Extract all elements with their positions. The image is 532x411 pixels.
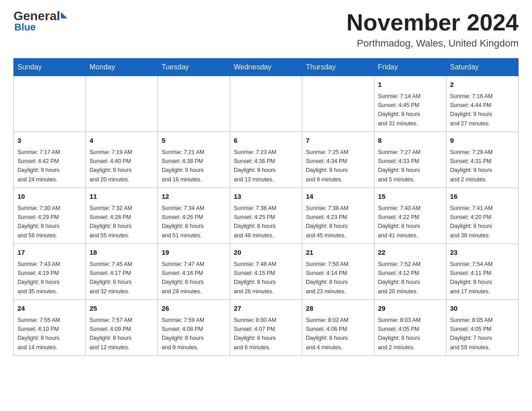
day-info: Sunrise: 7:41 AM Sunset: 4:20 PM Dayligh… bbox=[450, 205, 493, 239]
calendar-cell: 13Sunrise: 7:36 AM Sunset: 4:25 PM Dayli… bbox=[230, 188, 302, 244]
day-info: Sunrise: 8:00 AM Sunset: 4:07 PM Dayligh… bbox=[234, 317, 276, 351]
calendar-cell: 14Sunrise: 7:38 AM Sunset: 4:23 PM Dayli… bbox=[302, 188, 374, 244]
calendar-row: 17Sunrise: 7:43 AM Sunset: 4:19 PM Dayli… bbox=[14, 244, 519, 300]
day-info: Sunrise: 7:57 AM Sunset: 4:09 PM Dayligh… bbox=[90, 317, 132, 351]
day-info: Sunrise: 7:52 AM Sunset: 4:12 PM Dayligh… bbox=[378, 261, 420, 295]
calendar-cell bbox=[14, 76, 86, 132]
day-info: Sunrise: 8:05 AM Sunset: 4:05 PM Dayligh… bbox=[450, 317, 493, 351]
calendar-cell: 26Sunrise: 7:59 AM Sunset: 4:08 PM Dayli… bbox=[158, 300, 230, 356]
calendar-cell: 28Sunrise: 8:02 AM Sunset: 4:06 PM Dayli… bbox=[302, 300, 374, 356]
calendar-cell: 16Sunrise: 7:41 AM Sunset: 4:20 PM Dayli… bbox=[446, 188, 519, 244]
day-number: 13 bbox=[234, 192, 298, 202]
day-info: Sunrise: 7:47 AM Sunset: 4:16 PM Dayligh… bbox=[162, 261, 204, 295]
calendar-cell: 2Sunrise: 7:16 AM Sunset: 4:44 PM Daylig… bbox=[446, 76, 519, 132]
day-number: 30 bbox=[450, 304, 515, 314]
calendar-row: 3Sunrise: 7:17 AM Sunset: 4:42 PM Daylig… bbox=[14, 132, 519, 188]
calendar-cell bbox=[158, 76, 230, 132]
day-number: 16 bbox=[450, 192, 515, 202]
weekday-header-monday: Monday bbox=[86, 59, 158, 76]
calendar-cell bbox=[230, 76, 302, 132]
logo-blue: Blue bbox=[14, 21, 36, 33]
day-info: Sunrise: 7:59 AM Sunset: 4:08 PM Dayligh… bbox=[162, 317, 204, 351]
day-info: Sunrise: 7:30 AM Sunset: 4:29 PM Dayligh… bbox=[17, 205, 60, 239]
day-info: Sunrise: 7:45 AM Sunset: 4:17 PM Dayligh… bbox=[90, 261, 132, 295]
day-number: 3 bbox=[17, 136, 82, 146]
day-info: Sunrise: 7:19 AM Sunset: 4:40 PM Dayligh… bbox=[90, 149, 132, 183]
day-info: Sunrise: 7:32 AM Sunset: 4:28 PM Dayligh… bbox=[90, 205, 132, 239]
calendar-cell: 15Sunrise: 7:40 AM Sunset: 4:22 PM Dayli… bbox=[374, 188, 446, 244]
logo-triangle-icon bbox=[61, 12, 67, 18]
calendar-cell: 23Sunrise: 7:54 AM Sunset: 4:11 PM Dayli… bbox=[446, 244, 519, 300]
day-number: 10 bbox=[17, 192, 82, 202]
calendar-cell: 12Sunrise: 7:34 AM Sunset: 4:26 PM Dayli… bbox=[158, 188, 230, 244]
calendar-cell bbox=[86, 76, 158, 132]
calendar-cell: 20Sunrise: 7:48 AM Sunset: 4:15 PM Dayli… bbox=[230, 244, 302, 300]
calendar-subtitle: Porthmadog, Wales, United Kingdom bbox=[347, 38, 519, 49]
calendar-cell: 1Sunrise: 7:14 AM Sunset: 4:45 PM Daylig… bbox=[374, 76, 446, 132]
calendar-cell: 7Sunrise: 7:25 AM Sunset: 4:34 PM Daylig… bbox=[302, 132, 374, 188]
day-number: 15 bbox=[378, 192, 442, 202]
weekday-header-saturday: Saturday bbox=[446, 59, 519, 76]
calendar-cell: 6Sunrise: 7:23 AM Sunset: 4:36 PM Daylig… bbox=[230, 132, 302, 188]
calendar-cell: 5Sunrise: 7:21 AM Sunset: 4:38 PM Daylig… bbox=[158, 132, 230, 188]
weekday-header-thursday: Thursday bbox=[302, 59, 374, 76]
day-info: Sunrise: 7:34 AM Sunset: 4:26 PM Dayligh… bbox=[162, 205, 204, 239]
day-number: 28 bbox=[306, 304, 370, 314]
day-number: 8 bbox=[378, 136, 442, 146]
calendar-cell: 24Sunrise: 7:55 AM Sunset: 4:10 PM Dayli… bbox=[14, 300, 86, 356]
day-number: 26 bbox=[162, 304, 226, 314]
day-number: 6 bbox=[234, 136, 298, 146]
day-info: Sunrise: 7:17 AM Sunset: 4:42 PM Dayligh… bbox=[17, 149, 60, 183]
calendar-cell: 29Sunrise: 8:03 AM Sunset: 4:05 PM Dayli… bbox=[374, 300, 446, 356]
day-info: Sunrise: 7:40 AM Sunset: 4:22 PM Dayligh… bbox=[378, 205, 420, 239]
day-number: 11 bbox=[90, 192, 154, 202]
calendar-row: 24Sunrise: 7:55 AM Sunset: 4:10 PM Dayli… bbox=[14, 300, 519, 356]
calendar-title: November 2024 bbox=[347, 9, 519, 36]
calendar-cell: 22Sunrise: 7:52 AM Sunset: 4:12 PM Dayli… bbox=[374, 244, 446, 300]
day-number: 20 bbox=[234, 248, 298, 258]
day-number: 7 bbox=[306, 136, 370, 146]
day-info: Sunrise: 7:50 AM Sunset: 4:14 PM Dayligh… bbox=[306, 261, 348, 295]
day-info: Sunrise: 8:03 AM Sunset: 4:05 PM Dayligh… bbox=[378, 317, 420, 351]
weekday-header-row: SundayMondayTuesdayWednesdayThursdayFrid… bbox=[14, 59, 519, 76]
day-info: Sunrise: 7:23 AM Sunset: 4:36 PM Dayligh… bbox=[234, 149, 276, 183]
day-info: Sunrise: 8:02 AM Sunset: 4:06 PM Dayligh… bbox=[306, 317, 348, 351]
weekday-header-sunday: Sunday bbox=[14, 59, 86, 76]
day-info: Sunrise: 7:27 AM Sunset: 4:33 PM Dayligh… bbox=[378, 149, 420, 183]
calendar-row: 1Sunrise: 7:14 AM Sunset: 4:45 PM Daylig… bbox=[14, 76, 519, 132]
calendar-cell: 8Sunrise: 7:27 AM Sunset: 4:33 PM Daylig… bbox=[374, 132, 446, 188]
calendar-cell: 9Sunrise: 7:29 AM Sunset: 4:31 PM Daylig… bbox=[446, 132, 519, 188]
calendar-cell: 17Sunrise: 7:43 AM Sunset: 4:19 PM Dayli… bbox=[14, 244, 86, 300]
day-number: 14 bbox=[306, 192, 370, 202]
day-number: 18 bbox=[90, 248, 154, 258]
calendar-cell: 27Sunrise: 8:00 AM Sunset: 4:07 PM Dayli… bbox=[230, 300, 302, 356]
calendar-cell: 10Sunrise: 7:30 AM Sunset: 4:29 PM Dayli… bbox=[14, 188, 86, 244]
weekday-header-wednesday: Wednesday bbox=[230, 59, 302, 76]
calendar-cell: 4Sunrise: 7:19 AM Sunset: 4:40 PM Daylig… bbox=[86, 132, 158, 188]
day-number: 12 bbox=[162, 192, 226, 202]
calendar-cell: 25Sunrise: 7:57 AM Sunset: 4:09 PM Dayli… bbox=[86, 300, 158, 356]
calendar-cell: 30Sunrise: 8:05 AM Sunset: 4:05 PM Dayli… bbox=[446, 300, 519, 356]
day-number: 4 bbox=[90, 136, 154, 146]
day-info: Sunrise: 7:54 AM Sunset: 4:11 PM Dayligh… bbox=[450, 261, 493, 295]
day-number: 19 bbox=[162, 248, 226, 258]
day-info: Sunrise: 7:43 AM Sunset: 4:19 PM Dayligh… bbox=[17, 261, 60, 295]
calendar-cell: 21Sunrise: 7:50 AM Sunset: 4:14 PM Dayli… bbox=[302, 244, 374, 300]
day-number: 2 bbox=[450, 80, 515, 90]
day-number: 24 bbox=[17, 304, 82, 314]
day-info: Sunrise: 7:55 AM Sunset: 4:10 PM Dayligh… bbox=[17, 317, 60, 351]
day-info: Sunrise: 7:29 AM Sunset: 4:31 PM Dayligh… bbox=[450, 149, 493, 183]
day-info: Sunrise: 7:14 AM Sunset: 4:45 PM Dayligh… bbox=[378, 93, 420, 127]
day-number: 1 bbox=[378, 80, 442, 90]
day-number: 27 bbox=[234, 304, 298, 314]
day-info: Sunrise: 7:21 AM Sunset: 4:38 PM Dayligh… bbox=[162, 149, 204, 183]
day-info: Sunrise: 7:38 AM Sunset: 4:23 PM Dayligh… bbox=[306, 205, 348, 239]
calendar-table: SundayMondayTuesdayWednesdayThursdayFrid… bbox=[13, 58, 519, 356]
calendar-row: 10Sunrise: 7:30 AM Sunset: 4:29 PM Dayli… bbox=[14, 188, 519, 244]
day-number: 5 bbox=[162, 136, 226, 146]
calendar-cell: 18Sunrise: 7:45 AM Sunset: 4:17 PM Dayli… bbox=[86, 244, 158, 300]
day-number: 29 bbox=[378, 304, 442, 314]
day-number: 25 bbox=[90, 304, 154, 314]
day-number: 9 bbox=[450, 136, 515, 146]
logo: General Blue bbox=[13, 9, 67, 33]
